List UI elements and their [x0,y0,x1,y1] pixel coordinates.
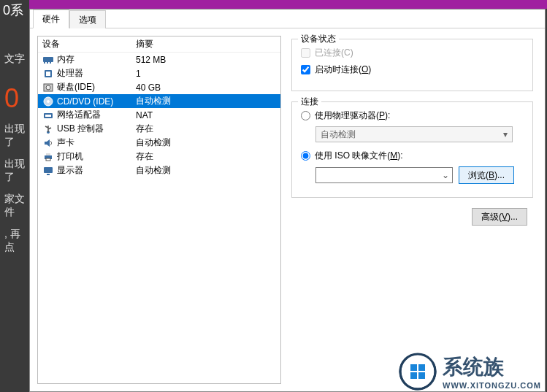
svg-rect-16 [44,167,53,173]
background-strip: 0系 文字 0 出现了 出现了 家文件 , 再点 [0,0,29,392]
bg-line-2: 出现了 [4,158,29,184]
device-summary: 40 GB [136,82,276,93]
device-name: 内存 [57,53,136,66]
use-physical-drive-row[interactable]: 使用物理驱动器(P): [301,109,524,122]
device-row-memory[interactable]: 内存512 MB [38,53,280,66]
chevron-down-icon: ⌄ [442,170,449,180]
device-summary: 存在 [136,150,276,163]
device-row-usb[interactable]: USB 控制器存在 [38,122,280,136]
device-detail-panel: 设备状态 已连接(C) 启动时连接(O) 连接 使用物理驱动器(P): 自动检测 [291,36,538,384]
device-name: 打印机 [57,150,136,163]
net-icon [42,109,54,121]
device-row-hdd[interactable]: 硬盘(IDE)40 GB [38,80,280,94]
bg-line-4: , 再点 [4,228,29,254]
device-summary: 自动检测 [136,137,276,149]
svg-rect-3 [50,62,51,64]
device-row-printer[interactable]: 打印机存在 [38,150,280,164]
device-name: USB 控制器 [57,123,136,135]
iso-path-row: ⌄ 浏览(B)... [315,166,524,184]
use-physical-drive-radio[interactable] [301,111,310,120]
device-summary: 存在 [136,123,276,135]
device-row-net[interactable]: 网络适配器NAT [38,108,280,122]
device-name: 显示器 [57,164,136,177]
physical-drive-value: 自动检测 [321,128,356,141]
window-titlebar[interactable] [29,0,547,9]
device-summary: 自动检测 [136,164,276,177]
svg-rect-11 [45,115,51,117]
svg-rect-0 [43,57,53,62]
device-summary: 512 MB [136,55,276,65]
settings-dialog: 硬件 选项 设备 摘要 内存512 MB处理器1硬盘(IDE)40 GBCD/D… [29,9,546,392]
dialog-content: 设备 摘要 内存512 MB处理器1硬盘(IDE)40 GBCD/DVD (ID… [30,28,545,391]
iso-path-input[interactable]: ⌄ [315,167,453,183]
hdd-icon [42,82,54,93]
use-iso-label: 使用 ISO 映像文件(M): [315,150,403,162]
cpu-icon [42,68,54,80]
device-list: 内存512 MB处理器1硬盘(IDE)40 GBCD/DVD (IDE)自动检测… [38,53,280,177]
connect-on-power-row[interactable]: 启动时连接(O) [301,64,524,76]
device-name: 硬盘(IDE) [57,81,136,93]
display-icon [42,165,54,177]
svg-point-7 [46,85,50,90]
connection-title: 连接 [298,96,321,108]
use-physical-drive-label: 使用物理驱动器(P): [315,109,390,122]
svg-rect-14 [46,153,50,155]
bg-text-label: 文字 [4,53,29,66]
svg-point-9 [47,100,50,102]
use-iso-radio[interactable] [301,151,310,161]
svg-rect-5 [46,72,50,76]
device-summary: 自动检测 [136,95,276,107]
device-row-sound[interactable]: 声卡自动检测 [38,136,280,150]
bg-line-1: 出现了 [4,123,29,149]
bg-top: 0系 [3,1,29,19]
device-list-panel: 设备 摘要 内存512 MB处理器1硬盘(IDE)40 GBCD/DVD (ID… [37,36,281,384]
svg-rect-1 [44,62,45,64]
advanced-row: 高级(V)... [291,208,533,226]
tab-hardware[interactable]: 硬件 [33,9,69,28]
device-list-header: 设备 摘要 [38,36,280,53]
cd-icon [42,96,54,107]
tab-strip: 硬件 选项 [30,9,545,28]
svg-rect-17 [47,174,50,175]
connect-on-power-checkbox[interactable] [301,65,310,74]
chevron-down-icon: ▾ [503,129,508,139]
device-name: CD/DVD (IDE) [57,96,136,107]
use-iso-row[interactable]: 使用 ISO 映像文件(M): [301,150,524,162]
header-summary: 摘要 [136,38,276,50]
physical-drive-combo[interactable]: 自动检测 ▾ [315,126,513,142]
svg-rect-2 [47,62,48,64]
device-row-cpu[interactable]: 处理器1 [38,66,280,80]
device-name: 声卡 [57,137,136,149]
printer-icon [42,151,54,163]
connection-group: 连接 使用物理驱动器(P): 自动检测 ▾ 使用 ISO 映像文件(M): [291,101,533,198]
bg-zero: 0 [4,83,29,114]
tab-options[interactable]: 选项 [69,10,106,28]
device-status-group: 设备状态 已连接(C) 启动时连接(O) [291,39,533,91]
sound-icon [42,137,54,149]
device-name: 网络适配器 [57,109,136,121]
device-summary: 1 [136,69,276,79]
device-name: 处理器 [57,67,136,80]
bg-line-3: 家文件 [4,193,29,219]
connect-on-power-label: 启动时连接(O) [315,64,371,76]
connected-label: 已连接(C) [315,47,353,59]
memory-icon [42,54,54,66]
device-row-cd[interactable]: CD/DVD (IDE)自动检测 [38,94,280,108]
device-row-display[interactable]: 显示器自动检测 [38,164,280,177]
connected-checkbox-row: 已连接(C) [301,47,524,59]
device-status-title: 设备状态 [298,33,339,45]
usb-icon [42,123,54,135]
browse-button[interactable]: 浏览(B)... [459,166,514,184]
device-summary: NAT [136,110,276,120]
header-device: 设备 [42,38,136,50]
svg-rect-15 [46,158,50,161]
connected-checkbox [301,48,310,58]
advanced-button[interactable]: 高级(V)... [472,208,527,226]
